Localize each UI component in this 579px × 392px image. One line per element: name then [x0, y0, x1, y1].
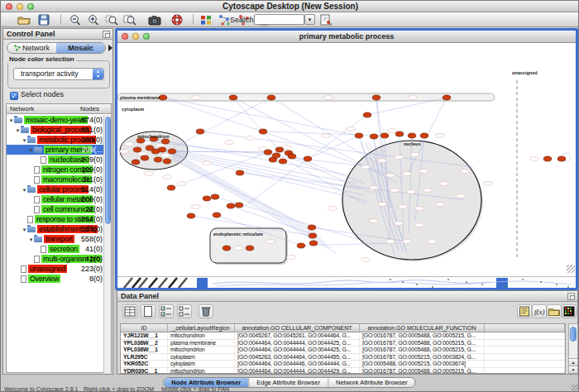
zoom-fit-icon[interactable]: [123, 14, 136, 26]
tree-col-nodes[interactable]: Nodes: [80, 105, 99, 112]
table-row[interactable]: YKR052Ccytoplasm[GO:0044464, GO:0044446,…: [121, 361, 565, 368]
network-node[interactable]: [213, 213, 221, 218]
network-node[interactable]: [267, 95, 275, 100]
network-node[interactable]: [309, 233, 317, 238]
tree-row[interactable]: macromolecule311(0): [7, 174, 104, 184]
network-node[interactable]: [229, 95, 237, 100]
zoom-in-icon[interactable]: [87, 14, 100, 26]
table-row[interactable]: YDR039C__1mitochondrion[GO:0044464, GO:0…: [121, 368, 565, 375]
select-nodes-checkbox[interactable]: ✓Select nodes: [10, 90, 64, 100]
network-node[interactable]: [133, 147, 141, 152]
network-node[interactable]: [272, 153, 280, 158]
network-node[interactable]: [246, 246, 254, 251]
network-node[interactable]: [167, 185, 175, 190]
network-node[interactable]: [557, 156, 566, 161]
table-scrollbar-thumb[interactable]: [570, 327, 577, 342]
network-node[interactable]: [308, 225, 316, 230]
network-node[interactable]: [161, 139, 170, 144]
table-column-header[interactable]: annotation.GO CELLULAR_COMPONENT: [235, 324, 360, 332]
network-node[interactable]: [151, 149, 160, 154]
tab-network[interactable]: Network: [7, 43, 56, 53]
import-attributes-icon[interactable]: [547, 304, 562, 318]
tab-overflow-arrow-icon[interactable]: [108, 45, 112, 51]
network-node[interactable]: [395, 131, 404, 136]
disclosure-triangle-icon[interactable]: ▾: [15, 126, 21, 135]
network-node[interactable]: [132, 160, 140, 165]
unselect-list-icon[interactable]: [177, 304, 192, 318]
table-column-header[interactable]: annotation.GO MOLECULAR_FUNCTION: [360, 324, 485, 332]
delete-attribute-icon[interactable]: [199, 304, 213, 318]
tree-row[interactable]: secretion41(0): [7, 244, 104, 254]
float-panel-icon[interactable]: [103, 31, 110, 38]
tree-row[interactable]: ▾primary metab209(...: [7, 145, 104, 155]
vizmapper-icon[interactable]: [199, 14, 213, 26]
network-node[interactable]: [275, 147, 284, 152]
search-input[interactable]: [254, 14, 304, 25]
tree-scrollbar-thumb[interactable]: [105, 117, 111, 224]
network-node[interactable]: [227, 203, 235, 208]
heatmap-icon[interactable]: [562, 304, 577, 318]
network-node[interactable]: [236, 170, 244, 175]
attribute-editor-icon[interactable]: [517, 304, 532, 318]
network-window-titlebar[interactable]: primary metabolic process: [117, 31, 576, 43]
node-color-dropdown[interactable]: transporter activity ▲▼: [13, 68, 104, 80]
network-node[interactable]: [264, 150, 272, 155]
table-column-header[interactable]: ID: [121, 324, 168, 332]
web-network-icon[interactable]: [319, 14, 333, 26]
snapshot-camera-icon[interactable]: [148, 14, 161, 26]
window-resize-grip[interactable]: [572, 385, 579, 392]
network-node[interactable]: [154, 157, 162, 162]
network-node[interactable]: [288, 154, 296, 159]
function-builder-icon[interactable]: f(x): [532, 304, 547, 318]
disclosure-triangle-icon[interactable]: ▾: [22, 185, 27, 194]
zoom-out-icon[interactable]: [69, 14, 82, 26]
tree-scrollbar[interactable]: [103, 115, 111, 373]
disclosure-triangle-icon[interactable]: ▾: [22, 136, 27, 145]
scroll-up-icon[interactable]: ▲: [569, 358, 577, 366]
select-attributes-icon[interactable]: [122, 304, 137, 318]
network-node[interactable]: [370, 134, 378, 139]
network-node[interactable]: [196, 129, 204, 134]
tree-row[interactable]: multi-organism pro42(0): [7, 254, 104, 264]
table-row[interactable]: YLR295Ccytoplasm[GO:0045263, GO:0044464,…: [121, 354, 565, 361]
network-node[interactable]: [304, 156, 312, 161]
tree-row[interactable]: ▾mosaic-demo-yeast874(0): [7, 115, 104, 125]
network-node[interactable]: [408, 133, 416, 138]
network-node[interactable]: [297, 243, 305, 248]
network-node[interactable]: [211, 194, 219, 199]
tree-col-network[interactable]: Network: [10, 105, 34, 112]
network-node[interactable]: [223, 246, 231, 251]
tree-row[interactable]: nitrogen compo209(0): [7, 165, 104, 174]
network-node[interactable]: [543, 156, 552, 161]
tree-row[interactable]: unassigned223(0): [7, 264, 104, 274]
network-node[interactable]: [363, 112, 371, 117]
tree-row[interactable]: cell communicat22(0): [7, 204, 104, 214]
network-node[interactable]: [163, 159, 171, 164]
table-column-header[interactable]: _cellularLayoutRegion: [168, 324, 235, 332]
zoom-region-icon[interactable]: [105, 14, 118, 26]
view-resize-grip[interactable]: [567, 265, 575, 273]
tree-row[interactable]: response to stimul264(0): [7, 214, 104, 224]
disclosure-triangle-icon[interactable]: ▾: [28, 146, 34, 155]
network-node[interactable]: [159, 95, 167, 100]
network-canvas[interactable]: plasma membranecytoplasmmitochondrionnuc…: [117, 43, 576, 276]
network-node[interactable]: [380, 133, 389, 138]
float-panel-icon[interactable]: [567, 293, 575, 300]
network-node[interactable]: [309, 241, 318, 246]
disclosure-triangle-icon[interactable]: ▾: [8, 116, 14, 125]
network-node[interactable]: [443, 95, 451, 100]
tree-row[interactable]: ▾establishment of lo558(0): [7, 224, 104, 234]
open-icon[interactable]: [17, 14, 31, 26]
help-lifering-icon[interactable]: [170, 14, 184, 26]
tree-row[interactable]: ▾biological_process651(0): [7, 125, 104, 135]
disclosure-triangle-icon[interactable]: ▾: [22, 225, 27, 234]
network-node[interactable]: [279, 159, 287, 164]
tree-row[interactable]: cellular metabol209(0): [7, 194, 104, 204]
network-node[interactable]: [420, 133, 428, 138]
tree-row[interactable]: ▾metabolic process280(0): [7, 135, 104, 145]
network-node[interactable]: [168, 149, 176, 154]
network-node[interactable]: [235, 203, 243, 208]
save-icon[interactable]: [37, 14, 50, 26]
batch-select-icon[interactable]: [159, 304, 174, 318]
disclosure-triangle-icon[interactable]: ▾: [28, 235, 34, 244]
